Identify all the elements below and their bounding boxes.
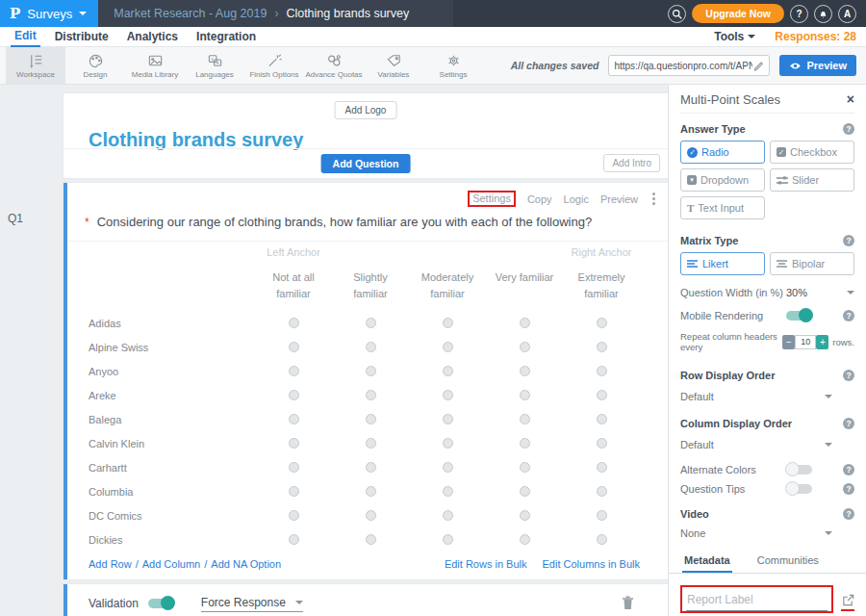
- account-avatar[interactable]: A: [838, 5, 856, 23]
- question-logic-link[interactable]: Logic: [564, 193, 589, 205]
- radio-button[interactable]: [366, 318, 376, 328]
- radio-button[interactable]: [366, 462, 376, 473]
- radio-button[interactable]: [520, 318, 530, 328]
- matrix-row-label[interactable]: Dickies: [89, 534, 255, 546]
- notifications-button[interactable]: [814, 5, 832, 23]
- matrix-row-label[interactable]: Balega: [89, 414, 255, 425]
- alternate-colors-toggle[interactable]: [786, 465, 812, 475]
- toolbar-design[interactable]: Design: [65, 47, 125, 84]
- close-icon[interactable]: ×: [847, 91, 854, 107]
- radio-button[interactable]: [597, 534, 607, 545]
- radio-button[interactable]: [443, 438, 453, 449]
- question-copy-link[interactable]: Copy: [527, 193, 552, 205]
- help-icon[interactable]: ?: [843, 123, 854, 135]
- radio-button[interactable]: [597, 318, 607, 328]
- radio-button[interactable]: [289, 414, 299, 424]
- radio-button[interactable]: [520, 534, 530, 545]
- radio-button[interactable]: [597, 486, 607, 497]
- radio-button[interactable]: [443, 534, 453, 545]
- question-text[interactable]: Considering our range of clothing brands…: [97, 215, 593, 231]
- column-header[interactable]: Slightly familiar: [332, 270, 409, 301]
- radio-button[interactable]: [520, 414, 530, 424]
- pencil-icon[interactable]: [752, 60, 764, 71]
- menu-distribute[interactable]: Distribute: [51, 28, 113, 46]
- tab-metadata[interactable]: Metadata: [682, 549, 732, 573]
- question-preview-link[interactable]: Preview: [600, 193, 638, 205]
- toolbar-media-library[interactable]: Media Library: [125, 47, 185, 84]
- menu-edit[interactable]: Edit: [11, 27, 40, 47]
- help-icon[interactable]: ?: [843, 310, 854, 321]
- radio-button[interactable]: [520, 342, 530, 352]
- add-row-link[interactable]: Add Row: [89, 558, 132, 570]
- upgrade-now-button[interactable]: Upgrade Now: [692, 4, 784, 23]
- question-tips-toggle[interactable]: [786, 484, 812, 494]
- toolbar-variables[interactable]: Variables: [364, 47, 423, 84]
- matrix-type-likert[interactable]: Likert: [680, 252, 765, 275]
- column-display-order-dropdown[interactable]: Default: [680, 439, 832, 450]
- answer-type-text-input[interactable]: TText Input: [680, 196, 765, 219]
- question-width-value[interactable]: 30%: [786, 287, 807, 298]
- matrix-row-label[interactable]: Adidas: [89, 318, 255, 329]
- radio-button[interactable]: [520, 366, 530, 376]
- matrix-row-label[interactable]: Areke: [89, 390, 255, 401]
- radio-button[interactable]: [520, 462, 530, 473]
- left-anchor-label[interactable]: Left Anchor: [255, 246, 332, 258]
- help-icon[interactable]: ?: [843, 464, 854, 475]
- radio-button[interactable]: [289, 534, 299, 545]
- toolbar-settings[interactable]: Settings: [423, 47, 483, 84]
- radio-button[interactable]: [443, 510, 453, 521]
- radio-button[interactable]: [366, 510, 376, 521]
- radio-button[interactable]: [366, 486, 376, 497]
- radio-button[interactable]: [289, 462, 299, 473]
- toolbar-languages[interactable]: xA Languages: [185, 47, 244, 84]
- radio-button[interactable]: [366, 438, 376, 449]
- radio-button[interactable]: [597, 438, 607, 449]
- report-label-edit-button[interactable]: [841, 594, 854, 613]
- tab-communities[interactable]: Communities: [755, 549, 821, 573]
- radio-button[interactable]: [443, 318, 453, 328]
- repeat-headers-value[interactable]: 10: [795, 335, 816, 349]
- help-icon[interactable]: ?: [843, 370, 854, 381]
- radio-button[interactable]: [443, 390, 453, 400]
- answer-type-radio[interactable]: ✓Radio: [680, 141, 765, 164]
- answer-type-checkbox[interactable]: ✓Checkbox: [770, 141, 854, 164]
- menu-analytics[interactable]: Analytics: [123, 28, 182, 46]
- edit-rows-bulk-link[interactable]: Edit Rows in Bulk: [445, 558, 527, 570]
- search-button[interactable]: [668, 5, 686, 23]
- add-intro-button[interactable]: Add Intro: [603, 154, 660, 172]
- mobile-rendering-toggle[interactable]: [786, 311, 812, 321]
- add-column-link[interactable]: Add Column: [142, 558, 201, 570]
- edit-columns-bulk-link[interactable]: Edit Columns in Bulk: [543, 558, 641, 570]
- delete-question-button[interactable]: [622, 596, 634, 614]
- toolbar-finish-options[interactable]: Finish Options: [244, 47, 304, 84]
- radio-button[interactable]: [366, 534, 376, 545]
- radio-button[interactable]: [289, 390, 299, 400]
- radio-button[interactable]: [520, 438, 530, 449]
- radio-button[interactable]: [597, 462, 607, 473]
- answer-type-dropdown[interactable]: ▾Dropdown: [680, 168, 765, 192]
- answer-type-slider[interactable]: Slider: [770, 168, 854, 192]
- radio-button[interactable]: [289, 342, 299, 352]
- row-display-order-dropdown[interactable]: Default: [680, 391, 832, 402]
- tools-menu[interactable]: Tools: [714, 30, 755, 43]
- radio-button[interactable]: [520, 390, 530, 400]
- video-dropdown[interactable]: None: [680, 527, 832, 539]
- column-header[interactable]: Extremely familiar: [563, 270, 640, 301]
- matrix-row-label[interactable]: Columbia: [89, 486, 255, 498]
- add-question-button[interactable]: Add Question: [321, 154, 411, 173]
- column-header[interactable]: Moderately familiar: [409, 270, 486, 301]
- preview-button[interactable]: Preview: [779, 55, 856, 76]
- radio-button[interactable]: [366, 390, 376, 400]
- responses-count[interactable]: Responses: 28: [775, 30, 856, 43]
- question-settings-link[interactable]: Settings: [468, 191, 516, 207]
- radio-button[interactable]: [289, 486, 299, 497]
- right-anchor-label[interactable]: Right Anchor: [563, 246, 640, 258]
- increment-button[interactable]: +: [816, 335, 828, 349]
- radio-button[interactable]: [520, 486, 530, 497]
- radio-button[interactable]: [366, 414, 376, 424]
- add-logo-button[interactable]: Add Logo: [335, 101, 397, 119]
- radio-button[interactable]: [597, 366, 607, 376]
- share-url-input[interactable]: [614, 61, 752, 71]
- radio-button[interactable]: [289, 318, 299, 328]
- help-icon[interactable]: ?: [843, 508, 854, 520]
